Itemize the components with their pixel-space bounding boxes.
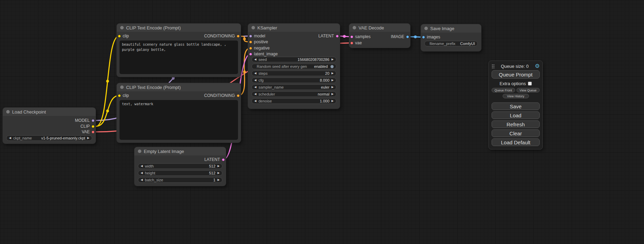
slot-label: LATENT — [318, 34, 334, 38]
increment-icon[interactable]: ▶ — [218, 179, 220, 181]
decrement-icon[interactable]: ◀ — [141, 172, 143, 174]
images-input-pin[interactable] — [422, 36, 425, 39]
queue-front-button[interactable]: Queue Front — [492, 88, 515, 92]
node-title: Load Checkpoint — [12, 109, 46, 115]
queue-prompt-button[interactable]: Queue Prompt — [492, 70, 540, 79]
vae-output-pin[interactable] — [91, 130, 95, 134]
node-vae-decode[interactable]: VAE Decode samples vae IMAGE — [349, 24, 410, 48]
link-midpoint-dot — [414, 36, 417, 38]
node-title: Save Image — [430, 26, 454, 31]
conditioning-output-pin[interactable] — [237, 35, 240, 38]
increment-icon[interactable]: ▶ — [332, 58, 334, 61]
height-widget[interactable]: ◀ height 512 ▶ — [138, 170, 222, 176]
node-title: CLIP Text Encode (Prompt) — [126, 25, 181, 30]
save-button[interactable]: Save — [492, 102, 540, 110]
node-title: CLIP Text Encode (Prompt) — [126, 85, 181, 90]
random-seed-toggle-widget[interactable]: Random seed after every gen enabled — [252, 64, 336, 69]
latent-image-input-pin[interactable] — [249, 53, 252, 56]
graph-canvas[interactable]: Load Checkpoint MODEL CLIP VAE ◀ ckpt_na… — [0, 0, 644, 244]
conditioning-output-pin[interactable] — [237, 94, 240, 97]
view-history-button[interactable]: View History — [503, 94, 529, 98]
clip-output-pin[interactable] — [91, 125, 95, 128]
widget-value: 1 — [213, 178, 215, 182]
decrement-icon[interactable]: ◀ — [254, 86, 256, 89]
decrement-icon[interactable]: ◀ — [254, 72, 256, 75]
slot-label: clip — [123, 93, 129, 98]
negative-input-pin[interactable] — [249, 47, 252, 50]
filename-prefix-widget[interactable]: filename_prefix ComfyUI — [424, 41, 478, 46]
increment-icon[interactable]: ▶ — [332, 72, 334, 75]
clear-button[interactable]: Clear — [492, 129, 540, 137]
node-title-bar[interactable]: Load Checkpoint — [3, 108, 96, 116]
slot-label: images — [427, 35, 440, 39]
node-title-bar[interactable]: CLIP Text Encode (Prompt) — [117, 83, 241, 91]
samples-input-pin[interactable] — [350, 35, 353, 38]
widget-value: euler — [321, 85, 329, 89]
extra-options-checkbox[interactable] — [528, 82, 532, 85]
node-title-bar[interactable]: KSampler — [248, 24, 340, 32]
increment-icon[interactable]: ▶ — [87, 137, 89, 139]
refresh-button[interactable]: Refresh — [492, 120, 540, 128]
node-empty-latent-image[interactable]: Empty Latent Image LATENT ◀ width 512 ▶ … — [134, 147, 226, 186]
increment-icon[interactable]: ▶ — [218, 165, 220, 168]
latent-output-pin[interactable] — [336, 35, 339, 38]
increment-icon[interactable]: ▶ — [332, 93, 334, 96]
decrement-icon[interactable]: ◀ — [9, 137, 11, 139]
decrement-icon[interactable]: ◀ — [254, 93, 256, 96]
model-input-pin[interactable] — [249, 35, 252, 38]
batch-size-widget[interactable]: ◀ batch_size 1 ▶ — [138, 177, 222, 183]
node-ksampler[interactable]: KSampler model positive negative latent_… — [248, 24, 340, 109]
decrement-icon[interactable]: ◀ — [141, 179, 143, 181]
increment-icon[interactable]: ▶ — [332, 79, 334, 82]
node-status-icon — [6, 110, 10, 114]
load-button[interactable]: Load — [492, 111, 540, 119]
node-title-bar[interactable]: CLIP Text Encode (Prompt) — [117, 24, 241, 32]
positive-input-pin[interactable] — [249, 40, 252, 44]
slot-label: clip — [123, 34, 129, 38]
node-title: Empty Latent Image — [144, 149, 184, 154]
drag-handle-icon[interactable] — [492, 64, 495, 69]
positive-prompt-textarea[interactable]: beautiful scenery nature glass bottle la… — [120, 40, 238, 74]
settings-gear-icon[interactable]: ⚙ — [535, 63, 540, 69]
node-title-bar[interactable]: VAE Decode — [349, 24, 410, 32]
node-save-image[interactable]: Save Image images filename_prefix ComfyU… — [421, 24, 481, 51]
clip-input-pin[interactable] — [118, 35, 121, 38]
node-title-bar[interactable]: Empty Latent Image — [134, 147, 226, 155]
node-title: KSampler — [257, 25, 277, 30]
steps-widget[interactable]: ◀ steps 20 ▶ — [252, 71, 336, 76]
node-status-icon — [120, 85, 124, 89]
sampler-name-widget[interactable]: ◀ sampler_name euler ▶ — [252, 84, 336, 90]
node-clip-text-encode-positive[interactable]: CLIP Text Encode (Prompt) clip CONDITION… — [117, 24, 241, 77]
slot-label: MODEL — [75, 118, 90, 123]
slot-label: CLIP — [80, 124, 90, 129]
decrement-icon[interactable]: ◀ — [141, 165, 143, 168]
clip-input-pin[interactable] — [118, 94, 121, 97]
width-widget[interactable]: ◀ width 512 ▶ — [138, 163, 222, 169]
image-output-pin[interactable] — [406, 35, 409, 38]
node-clip-text-encode-negative[interactable]: CLIP Text Encode (Prompt) clip CONDITION… — [117, 83, 241, 143]
decrement-icon[interactable]: ◀ — [254, 58, 256, 61]
cfg-widget[interactable]: ◀ cfg 8.000 ▶ — [252, 78, 336, 83]
ckpt-name-widget[interactable]: ◀ ckpt_name v1-5-pruned-emaonly.ckpt ▶ — [6, 135, 92, 141]
scheduler-widget[interactable]: ◀ scheduler normal ▶ — [252, 91, 336, 97]
vae-input-pin[interactable] — [350, 42, 353, 45]
view-queue-button[interactable]: View Queue — [517, 88, 540, 92]
toggle-on-icon[interactable] — [330, 65, 334, 68]
node-title-bar[interactable]: Save Image — [421, 24, 481, 33]
load-default-button[interactable]: Load Default — [492, 138, 540, 146]
widget-value: 1.000 — [320, 99, 329, 103]
negative-prompt-textarea[interactable]: text, watermark — [120, 100, 238, 140]
link-midpoint-dot — [106, 80, 109, 83]
seed-widget[interactable]: ◀ seed 156680208700286 ▶ — [252, 57, 336, 62]
node-load-checkpoint[interactable]: Load Checkpoint MODEL CLIP VAE ◀ ckpt_na… — [3, 108, 96, 144]
increment-icon[interactable]: ▶ — [218, 172, 220, 174]
increment-icon[interactable]: ▶ — [332, 100, 334, 102]
increment-icon[interactable]: ▶ — [332, 86, 334, 89]
denoise-widget[interactable]: ◀ denoise 1.000 ▶ — [252, 98, 336, 104]
model-output-pin[interactable] — [91, 119, 95, 122]
decrement-icon[interactable]: ◀ — [254, 79, 256, 82]
queue-size-label: Queue size: 0 — [495, 64, 535, 69]
latent-output-pin[interactable] — [222, 158, 225, 161]
decrement-icon[interactable]: ◀ — [254, 100, 256, 102]
input-slot-negative: negative — [249, 46, 270, 51]
